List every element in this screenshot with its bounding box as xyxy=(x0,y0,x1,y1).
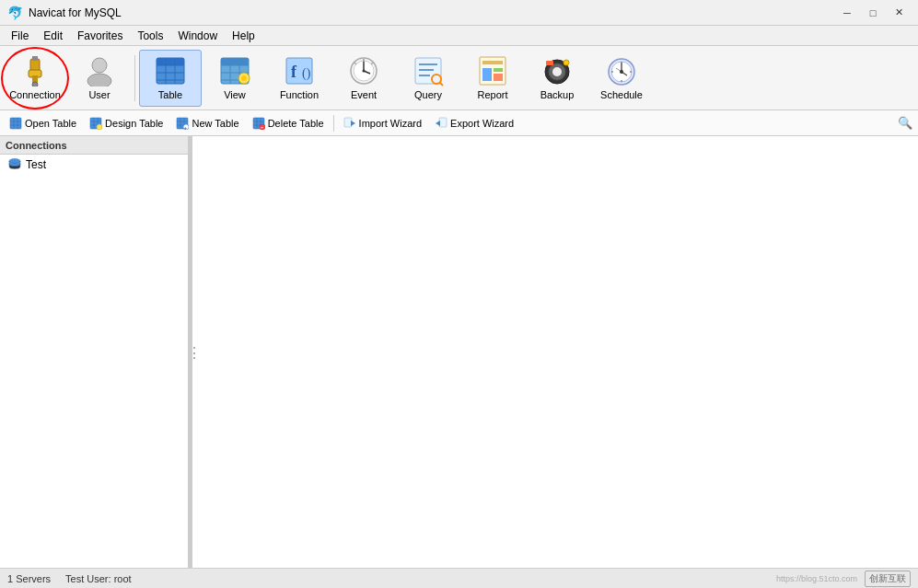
import-wizard-label: Import Wizard xyxy=(359,118,422,129)
new-table-label: New Table xyxy=(192,118,238,129)
delete-table-icon: − xyxy=(252,117,265,130)
status-bar: 1 Servers Test User: root https://blog.5… xyxy=(0,568,918,588)
main-toolbar: Connection User Table xyxy=(0,46,918,110)
sidebar-header: Connections xyxy=(0,136,188,155)
svg-point-48 xyxy=(552,67,562,76)
menu-favorites[interactable]: Favorites xyxy=(70,26,130,45)
app-icon: 🐬 xyxy=(7,6,23,20)
company-logo: 创新互联 xyxy=(865,571,911,587)
minimize-button[interactable]: ─ xyxy=(835,4,859,22)
svg-point-56 xyxy=(620,70,623,74)
sidebar-test-label: Test xyxy=(26,158,46,171)
view-icon xyxy=(216,54,253,87)
svg-point-7 xyxy=(87,74,111,86)
menu-help[interactable]: Help xyxy=(225,26,262,45)
query-icon xyxy=(410,54,447,87)
connection-label: Connection xyxy=(9,89,61,100)
schedule-label: Schedule xyxy=(600,89,643,100)
watermark-text: https://blog.51cto.com xyxy=(776,574,857,583)
function-icon: f () xyxy=(281,54,318,87)
servers-count: 1 Servers xyxy=(7,573,51,584)
table-label: Table xyxy=(158,89,182,100)
backup-icon xyxy=(539,54,575,87)
toolbar-view[interactable]: View xyxy=(203,50,266,107)
title-bar: 🐬 Navicat for MySQL ─ □ ✕ xyxy=(0,0,918,26)
svg-line-40 xyxy=(440,83,443,86)
app-title: Navicat for MySQL xyxy=(29,6,122,19)
open-table-label: Open Table xyxy=(25,118,76,129)
export-wizard-label: Export Wizard xyxy=(450,118,514,129)
svg-point-5 xyxy=(32,82,38,86)
view-label: View xyxy=(224,89,246,100)
design-table-icon xyxy=(89,117,102,130)
svg-rect-9 xyxy=(157,58,184,65)
sidebar-item-test[interactable]: Test xyxy=(0,155,188,175)
user-icon xyxy=(81,54,118,87)
new-table-button[interactable]: + New Table xyxy=(170,113,244,133)
maximize-button[interactable]: □ xyxy=(861,4,885,22)
menu-edit[interactable]: Edit xyxy=(36,26,70,45)
svg-rect-44 xyxy=(494,74,503,81)
new-table-icon: + xyxy=(176,117,189,130)
svg-marker-89 xyxy=(436,121,440,126)
search-icon: 🔍 xyxy=(898,116,912,130)
svg-rect-61 xyxy=(10,118,21,129)
menu-bar: File Edit Favorites Tools Window Help xyxy=(0,26,918,46)
svg-rect-49 xyxy=(546,61,553,65)
query-label: Query xyxy=(414,89,442,100)
resize-handle[interactable] xyxy=(189,136,192,568)
svg-text:(): () xyxy=(302,66,311,81)
open-table-button[interactable]: Open Table xyxy=(4,113,82,133)
backup-label: Backup xyxy=(540,89,575,100)
connection-icon xyxy=(17,54,53,87)
toolbar-table[interactable]: Table xyxy=(139,50,202,107)
toolbar-event[interactable]: Event xyxy=(332,50,395,107)
delete-table-label: Delete Table xyxy=(268,118,324,129)
status-right: https://blog.51cto.com 创新互联 xyxy=(776,571,911,587)
search-button[interactable]: 🔍 xyxy=(896,114,914,133)
menu-tools[interactable]: Tools xyxy=(130,26,170,45)
svg-rect-1 xyxy=(32,56,35,61)
svg-text:f: f xyxy=(291,63,297,81)
design-table-button[interactable]: Design Table xyxy=(84,113,168,133)
sub-toolbar: Open Table Design Table + xyxy=(0,110,918,136)
sidebar: Connections Test xyxy=(0,136,189,568)
open-table-icon xyxy=(9,117,22,130)
menu-window[interactable]: Window xyxy=(170,26,225,45)
import-wizard-button[interactable]: Import Wizard xyxy=(338,113,427,133)
toolbar-user[interactable]: User xyxy=(68,50,131,107)
svg-text:−: − xyxy=(260,124,263,130)
main-area: Connections Test xyxy=(0,136,918,568)
event-icon xyxy=(345,54,382,87)
menu-file[interactable]: File xyxy=(4,26,36,45)
report-icon xyxy=(474,54,511,87)
report-label: Report xyxy=(477,89,507,100)
design-table-label: Design Table xyxy=(105,118,163,129)
toolbar-function[interactable]: f () Function xyxy=(268,50,331,107)
toolbar-connection[interactable]: Connection xyxy=(4,50,66,107)
content-area xyxy=(192,136,918,568)
event-label: Event xyxy=(351,89,377,100)
user-info: Test User: root xyxy=(65,573,132,584)
toolbar-backup[interactable]: Backup xyxy=(526,50,588,107)
close-button[interactable]: ✕ xyxy=(887,4,911,22)
sub-sep-1 xyxy=(333,115,334,132)
delete-table-button[interactable]: − Delete Table xyxy=(247,113,330,133)
export-wizard-button[interactable]: Export Wizard xyxy=(429,113,519,133)
svg-rect-86 xyxy=(344,118,352,127)
svg-point-23 xyxy=(241,75,247,81)
toolbar-query[interactable]: Query xyxy=(397,50,459,107)
toolbar-report[interactable]: Report xyxy=(461,50,524,107)
schedule-icon xyxy=(603,54,640,87)
table-icon xyxy=(152,54,189,87)
svg-point-6 xyxy=(92,58,107,73)
toolbar-schedule[interactable]: Schedule xyxy=(590,50,653,107)
svg-text:+: + xyxy=(184,124,188,130)
database-icon xyxy=(7,157,22,172)
svg-rect-2 xyxy=(35,56,38,61)
svg-rect-16 xyxy=(221,58,249,65)
svg-point-71 xyxy=(97,124,102,130)
window-controls: ─ □ ✕ xyxy=(835,4,911,22)
svg-point-50 xyxy=(564,60,569,65)
svg-rect-43 xyxy=(482,68,492,81)
